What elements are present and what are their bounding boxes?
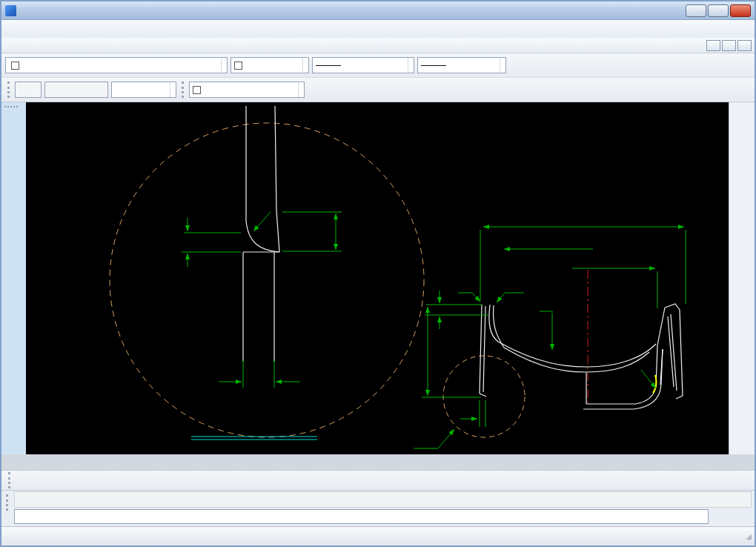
layer-color-swatch [11, 62, 19, 70]
paper-scale-field[interactable] [44, 82, 108, 98]
menu-bar [1, 20, 755, 38]
layout-tab-bar [1, 454, 755, 470]
minimize-button[interactable] [686, 4, 706, 17]
close-button[interactable] [730, 4, 751, 17]
layer-combo[interactable] [5, 57, 228, 73]
chevron-down-icon[interactable] [500, 58, 505, 73]
status-bar: ◢ [1, 526, 755, 546]
app-window: ◢ [0, 0, 756, 547]
detail-scale-combo[interactable] [111, 82, 176, 98]
palette-grip[interactable] [4, 106, 18, 110]
command-input[interactable] [14, 509, 709, 524]
entity-snap-toolbar [1, 470, 755, 490]
dimstyle-swatch [193, 86, 201, 94]
mdi-close-button[interactable] [737, 40, 752, 51]
app-icon [5, 5, 16, 16]
restore-button[interactable] [708, 4, 729, 17]
resize-grip[interactable]: ◢ [746, 532, 753, 540]
main-area [1, 102, 755, 454]
linetype-combo[interactable] [312, 57, 414, 73]
color-swatch [234, 62, 242, 70]
toolbar-view [1, 78, 755, 102]
command-history [14, 491, 752, 508]
chevron-down-icon[interactable] [170, 82, 175, 97]
dimstyle-combo[interactable] [189, 82, 305, 98]
chevron-down-icon[interactable] [298, 82, 303, 97]
right-toolbar [729, 102, 755, 454]
command-panel [1, 490, 755, 526]
chevron-down-icon[interactable] [302, 58, 308, 73]
color-combo[interactable] [231, 57, 309, 73]
chevron-down-icon[interactable] [221, 58, 226, 73]
chevron-down-icon[interactable] [408, 58, 413, 73]
mdi-restore-button[interactable] [722, 40, 736, 51]
toolbar-properties [1, 53, 755, 78]
dimension-texts [26, 102, 729, 454]
lineweight-combo[interactable] [417, 57, 506, 73]
view-name-field[interactable] [15, 82, 42, 98]
menu-bar-row2 [1, 38, 755, 53]
left-tool-palette [1, 102, 26, 454]
title-bar [1, 1, 755, 20]
linetype-sample [316, 65, 341, 66]
lineweight-sample [421, 65, 446, 66]
mdi-minimize-button[interactable] [706, 40, 720, 51]
command-grip[interactable] [6, 494, 8, 511]
drawing-canvas[interactable] [26, 102, 729, 454]
